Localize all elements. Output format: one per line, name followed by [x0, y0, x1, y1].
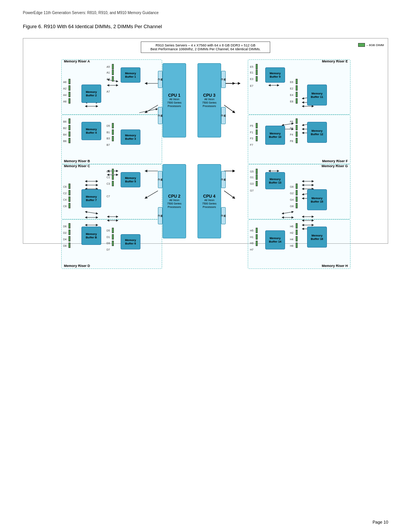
label-d5: D5 [107, 229, 110, 232]
label-h6: H6 [290, 225, 293, 228]
label-c7: C7 [107, 195, 110, 198]
label-h2: H2 [290, 232, 293, 234]
mem-buf-10: Memory Buffer 10 [265, 126, 285, 145]
label-d7: D7 [107, 248, 110, 251]
label-e3: E3 [250, 78, 253, 80]
label-h7: H7 [250, 248, 253, 251]
mem-buf-9: Memory Buffer 9 [265, 67, 285, 83]
label-a4: A4 [63, 94, 67, 96]
label-b7: B7 [107, 144, 110, 146]
label-c3: C3 [107, 182, 110, 185]
label-b1: B1 [107, 131, 110, 134]
mc4-right-top: MC [221, 171, 226, 188]
label-g7: G7 [250, 189, 253, 192]
label-f5: F5 [250, 125, 253, 127]
label-e4: E4 [290, 94, 293, 96]
label-d4: D4 [63, 238, 67, 241]
cpu2-box: CPU 2 All Xeon7500 SeriesProcessors [162, 164, 186, 238]
label-c8: C8 [63, 205, 67, 208]
cpu4-label: CPU 4 [203, 194, 215, 198]
label-f2: F2 [290, 127, 293, 129]
label-a1: A1 [107, 71, 110, 74]
riser-b: Memory Riser B B6 B2 B4 B8 Memory Buffer… [61, 115, 162, 164]
label-d6: D6 [63, 225, 67, 228]
cpu2-label: CPU 2 [168, 194, 180, 198]
figure-caption: Figure 6. R910 With 64 Identical DIMMs, … [23, 24, 162, 29]
riser-b-label: Memory Riser B [64, 159, 90, 163]
riser-e-label: Memory Riser E [322, 59, 348, 63]
mem-buf-6: Memory Buffer 6 [121, 234, 140, 249]
riser-a-label: Memory Riser A [64, 59, 90, 63]
dimm-bar-icon [358, 43, 365, 47]
label-f7: F7 [250, 144, 253, 146]
mc2-left-bot: MC [158, 207, 162, 224]
label-c5: C5 [107, 170, 110, 173]
cpu4-box: CPU 4 All Xeon7500 SeriesProcessors [198, 164, 221, 238]
riser-f-label: Memory Riser F [322, 159, 348, 163]
dimm-a5b [112, 64, 114, 69]
mem-buf-13: Memory Buffer 13 [265, 172, 285, 189]
riser-h-label: Memory Riser H [322, 264, 348, 268]
label-f8: F8 [290, 140, 293, 142]
label-b6: B6 [63, 120, 67, 123]
mem-buf-1: Memory Buffer 1 [121, 67, 140, 83]
label-d8: D8 [63, 244, 67, 247]
mem-buf-7: Memory Buffer 7 [81, 189, 101, 208]
label-d5-b: D5 [107, 125, 110, 127]
label-c4: C4 [63, 198, 67, 201]
label-h3: H3 [250, 242, 253, 244]
label-a7: A7 [107, 90, 110, 93]
page-number: Page 10 [373, 520, 388, 524]
label-b8: B8 [63, 140, 67, 142]
mc3-right-bot: MC [221, 107, 226, 124]
label-d2: D2 [63, 232, 67, 234]
mem-buf-5: Memory Buffer 5 [121, 172, 140, 187]
cpu3-box: CPU 3 All Xeon7500 SeriesProcessors [198, 63, 221, 137]
dimm-a8b [68, 98, 70, 104]
mem-buf-12: Memory Buffer 12 [307, 122, 327, 143]
label-h4: H4 [290, 238, 293, 241]
riser-e: Memory Riser E E5 E1 E3 E7 Memory Buffer… [248, 59, 350, 115]
cpu4-xeon: All Xeon7500 SeriesProcessors [202, 198, 216, 209]
label-c1: C1 [107, 176, 110, 179]
label-b2: B2 [63, 127, 67, 129]
label-e7: E7 [250, 85, 253, 87]
label-f3: F3 [250, 137, 253, 140]
label-g8: G8 [290, 205, 293, 208]
riser-f: Memory Riser F F5 F1 F3 F7 Memory Buffer… [248, 115, 350, 164]
mc3-right-top: MC [221, 71, 226, 88]
mc1-left-bot: MC [158, 107, 162, 124]
label-b3: B3 [107, 137, 110, 140]
riser-g-label: Memory Riser G [322, 164, 348, 168]
label-a8: A8 [63, 100, 67, 103]
label-c2: C2 [63, 192, 67, 195]
mem-buf-11: Memory Buffer 11 [307, 85, 327, 105]
label-b4: B4 [63, 133, 67, 136]
dimm-a1b [112, 70, 114, 75]
mem-buf-14: Memory Buffer 14 [265, 230, 285, 249]
label-e1: E1 [250, 71, 253, 74]
riser-g: Memory Riser G G5 G1 G3 G7 Memory Buffer… [248, 164, 350, 219]
mem-buf-4: Memory Buffer 4 [81, 122, 101, 140]
svg-line-28 [224, 105, 235, 113]
label-a2: A2 [63, 87, 67, 90]
label-h5: H5 [250, 229, 253, 232]
mc1-left-top: MC [158, 71, 162, 88]
mem-buf-2: Memory Buffer 2 [81, 85, 101, 103]
mem-buf-16: Memory Buffer 16 [307, 227, 327, 248]
label-g3: G3 [250, 182, 253, 185]
riser-d-label: Memory Riser D [64, 264, 90, 268]
dimm-a2b [68, 85, 70, 91]
dimm-a3b [112, 76, 114, 81]
label-a5: A5 [107, 66, 110, 68]
dimm-a6b [68, 79, 70, 84]
cpu1-xeon: All Xeon7500 SeriesProcessors [167, 97, 181, 108]
mem-buf-b: Memory Buffer B [81, 227, 101, 245]
mc4-right-bot: MC [221, 207, 226, 224]
label-a6: A6 [63, 81, 67, 83]
riser-h: Memory Riser H H5 H1 H3 H7 Memory Buffer… [248, 219, 350, 269]
riser-a: Memory Riser A A6 A2 A4 A8 Memory Buffer… [61, 59, 162, 115]
mem-buf-3: Memory Buffer 3 [121, 129, 140, 145]
label-e2: E2 [290, 87, 293, 90]
label-h8: H8 [290, 244, 293, 247]
